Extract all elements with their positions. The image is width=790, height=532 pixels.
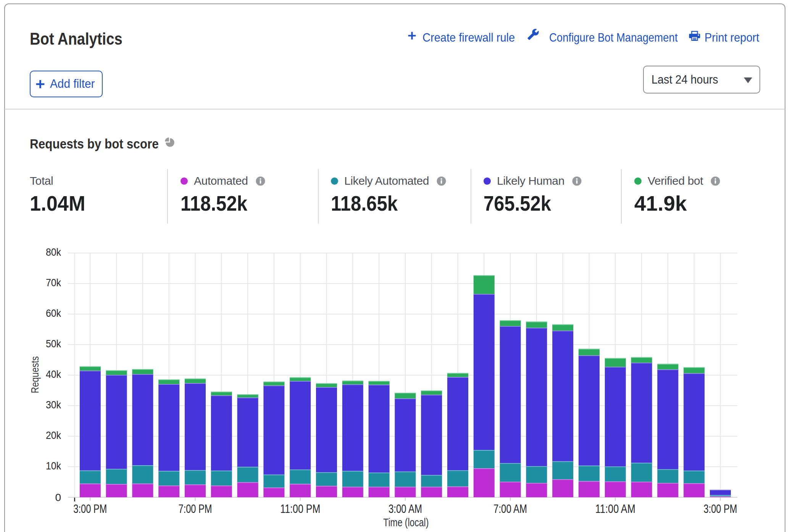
svg-text:7:00 AM: 7:00 AM (493, 502, 527, 516)
svg-text:3:00 PM: 3:00 PM (704, 502, 737, 516)
svg-text:11:00 PM: 11:00 PM (280, 502, 320, 516)
svg-text:50k: 50k (46, 338, 61, 350)
svg-text:7:00 PM: 7:00 PM (179, 502, 212, 516)
svg-text:60k: 60k (46, 307, 61, 319)
svg-text:11:00 AM: 11:00 AM (595, 502, 635, 516)
svg-text:20k: 20k (46, 429, 61, 441)
svg-text:10k: 10k (46, 460, 61, 472)
svg-text:80k: 80k (46, 246, 61, 258)
svg-text:70k: 70k (46, 277, 61, 289)
svg-text:Requests: Requests (29, 356, 41, 393)
svg-text:3:00 AM: 3:00 AM (389, 502, 422, 516)
svg-text:0: 0 (55, 492, 61, 503)
svg-text:3:00 PM: 3:00 PM (73, 502, 107, 516)
svg-text:Time (local): Time (local) (383, 516, 429, 529)
svg-text:40k: 40k (46, 368, 61, 380)
svg-text:30k: 30k (46, 399, 61, 411)
